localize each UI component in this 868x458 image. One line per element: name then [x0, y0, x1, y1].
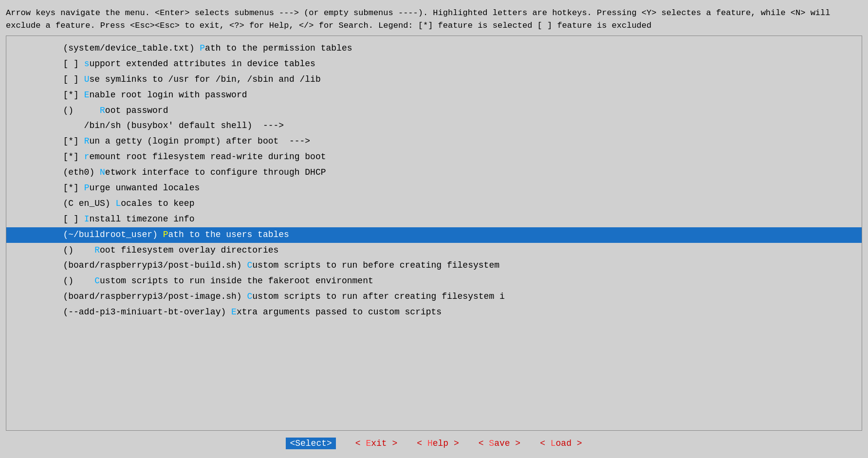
hotkey-btn-save: S [489, 439, 494, 448]
menu-item-timezone-info[interactable]: [ ] Install timezone info [6, 212, 862, 227]
hotkey-btn-load: L [551, 439, 556, 448]
menu-item-users-tables[interactable]: (~/buildroot_user) Path to the users tab… [6, 227, 862, 243]
hotkey-users-tables: P [163, 230, 168, 239]
menu-item-network-interface[interactable]: (eth0) Network interface to configure th… [6, 165, 862, 181]
menu-item-purge-locales[interactable]: [*] Purge unwanted locales [6, 181, 862, 196]
hotkey-root-password: R [100, 106, 105, 115]
save-button[interactable]: < Save > [479, 439, 520, 448]
hotkey-timezone-info: I [84, 214, 90, 224]
menu-item-fakeroot-scripts[interactable]: () Custom scripts to run inside the fake… [6, 274, 862, 289]
hotkey-locales-keep: L [115, 199, 121, 208]
menu-item-remount-root[interactable]: [*] remount root filesystem read-write d… [6, 149, 862, 165]
hotkey-btn-help: H [427, 439, 433, 448]
menu-container: (system/device_table.txt) Path to the pe… [6, 36, 862, 431]
hotkey-remount-root: r [84, 152, 90, 162]
menu-item-post-image-script[interactable]: (board/raspberrypi3/post-image.sh) Custo… [6, 289, 862, 305]
hotkey-use-symlinks: U [84, 74, 90, 84]
hotkey-purge-locales: P [84, 183, 90, 193]
menu-item-locales-keep[interactable]: (C en_US) Locales to keep [6, 196, 862, 212]
menu-item-root-password[interactable]: () Root password [6, 103, 862, 119]
exit-button[interactable]: < Exit > [355, 439, 397, 448]
hotkey-post-image-script: C [247, 292, 252, 301]
menu-item-bin-sh[interactable]: /bin/sh (busybox' default shell) ---> [6, 118, 862, 134]
menu-items-list: (system/device_table.txt) Path to the pe… [6, 38, 862, 323]
menu-item-run-getty[interactable]: [*] Run a getty (login prompt) after boo… [6, 134, 862, 149]
menu-item-device-table[interactable]: (system/device_table.txt) Path to the pe… [6, 41, 862, 56]
hotkey-extended-attrs: s [84, 59, 90, 69]
hotkey-device-table: P [200, 43, 205, 53]
hotkey-network-interface: N [100, 167, 105, 177]
menu-item-overlay-dirs[interactable]: () Root filesystem overlay directories [6, 243, 862, 258]
load-button[interactable]: < Load > [540, 439, 582, 448]
menu-item-use-symlinks[interactable]: [ ] Use symlinks to /usr for /bin, /sbin… [6, 72, 862, 88]
hotkey-pre-build-script: C [247, 260, 252, 270]
instructions-text: Arrow keys navigate the menu. <Enter> se… [6, 7, 862, 32]
menu-item-pre-build-script[interactable]: (board/raspberrypi3/post-build.sh) Custo… [6, 258, 862, 274]
hotkey-btn-exit: E [366, 439, 371, 448]
bottom-bar: <Select>< Exit >< Help >< Save >< Load > [6, 431, 862, 454]
hotkey-fakeroot-scripts: C [94, 276, 100, 286]
hotkey-run-getty: R [84, 136, 90, 146]
hotkey-enable-root-login: E [84, 90, 90, 100]
hotkey-extra-args: E [231, 307, 237, 317]
menu-item-extended-attrs[interactable]: [ ] support extended attributes in devic… [6, 56, 862, 72]
hotkey-overlay-dirs: R [94, 245, 100, 255]
menu-item-enable-root-login[interactable]: [*] Enable root login with password [6, 88, 862, 103]
help-button[interactable]: < Help > [417, 439, 459, 448]
select-button[interactable]: <Select> [286, 438, 335, 449]
menu-item-extra-args[interactable]: (--add-pi3-miniuart-bt-overlay) Extra ar… [6, 305, 862, 320]
